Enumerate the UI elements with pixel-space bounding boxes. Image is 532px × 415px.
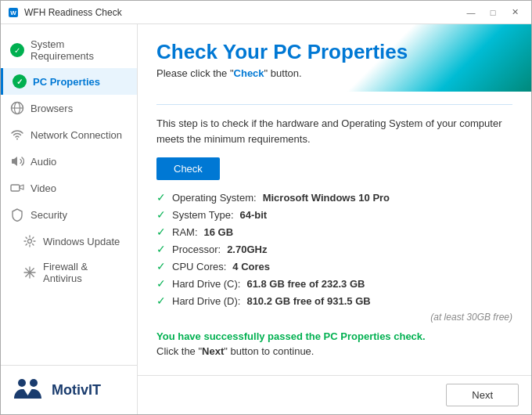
- sidebar-item-security[interactable]: Security: [1, 201, 137, 228]
- sidebar-nav: ✓ System Requirements ✓ PC Properties: [1, 24, 137, 365]
- check-icon-hdd-c: ✓: [156, 277, 166, 290]
- shield-icon: [10, 208, 24, 222]
- page-title: Check Your PC Properties: [156, 40, 512, 64]
- continue-message: Click the "Next" button to continue.: [156, 345, 512, 357]
- result-ram: ✓ RAM: 16 GB: [156, 226, 512, 238]
- continue-before: Click the ": [156, 345, 202, 357]
- sidebar-item-label: Audio: [31, 156, 56, 168]
- app-icon: W: [7, 6, 20, 19]
- sidebar-item-pc-properties[interactable]: ✓ PC Properties: [1, 68, 137, 95]
- result-os: ✓ Operating System: Microsoft Windows 10…: [156, 191, 512, 204]
- page-subtitle: Please click the "Check" button.: [156, 67, 512, 79]
- title-bar: W WFH Readiness Check — □ ✕: [1, 1, 531, 24]
- sidebar-item-network-connection[interactable]: Network Connection: [1, 121, 137, 148]
- subtitle-after: " button.: [264, 67, 302, 79]
- window-body: ✓ System Requirements ✓ PC Properties: [1, 24, 531, 414]
- result-hdd-c: ✓ Hard Drive (C): 61.8 GB free of 232.3 …: [156, 277, 512, 290]
- system-requirements-icon: ✓: [10, 43, 24, 57]
- success-message: You have successfully passed the PC Prop…: [156, 330, 512, 342]
- svg-text:W: W: [10, 9, 16, 16]
- audio-icon: [10, 154, 24, 168]
- description-text: This step is to check if the hardware an…: [156, 116, 512, 146]
- logo-icon: [10, 375, 45, 405]
- sidebar-item-windows-update[interactable]: Windows Update: [1, 228, 137, 254]
- result-system-type: ✓ System Type: 64-bit: [156, 208, 512, 221]
- sidebar-item-label: PC Properties: [33, 76, 100, 88]
- logo-text: MotivIT: [52, 382, 101, 399]
- result-note: (at least 30GB free): [156, 312, 512, 323]
- sidebar-item-system-requirements[interactable]: ✓ System Requirements: [1, 32, 137, 68]
- check-icon-os: ✓: [156, 191, 166, 204]
- svg-point-7: [28, 240, 32, 244]
- sidebar: ✓ System Requirements ✓ PC Properties: [1, 24, 138, 414]
- sidebar-item-label: Video: [31, 182, 56, 194]
- footer: Next: [138, 375, 531, 414]
- divider: [156, 104, 512, 105]
- window-controls: — □ ✕: [461, 5, 525, 20]
- subtitle-before: Please click the ": [156, 67, 234, 79]
- check-icon-hdd-d: ✓: [156, 294, 166, 307]
- video-icon: [10, 181, 24, 195]
- svg-point-14: [30, 379, 38, 387]
- svg-point-5: [16, 139, 18, 140]
- maximize-button[interactable]: □: [483, 5, 503, 20]
- pc-properties-icon: ✓: [13, 74, 27, 88]
- sidebar-item-label: Security: [31, 209, 67, 221]
- content-body: This step is to check if the hardware an…: [138, 92, 531, 375]
- sidebar-item-label: Firewall & Antivirus: [43, 261, 128, 284]
- content-header: Check Your PC Properties Please click th…: [138, 24, 531, 92]
- svg-point-13: [18, 379, 26, 387]
- sidebar-item-firewall-antivirus[interactable]: Firewall & Antivirus: [1, 254, 137, 290]
- sidebar-item-label: Browsers: [31, 103, 73, 114]
- app-window: W WFH Readiness Check — □ ✕ ✓ System Req…: [0, 0, 532, 415]
- wifi-icon: [10, 128, 24, 142]
- subtitle-keyword: Check: [234, 67, 264, 79]
- sidebar-item-label: Network Connection: [31, 129, 122, 141]
- next-button[interactable]: Next: [446, 384, 519, 406]
- result-cpu-cores: ✓ CPU Cores: 4 Cores: [156, 260, 512, 272]
- snowflake-icon: [23, 265, 37, 280]
- sidebar-item-video[interactable]: Video: [1, 175, 137, 201]
- continue-after: " button to continue.: [224, 345, 314, 357]
- sidebar-item-label: Windows Update: [43, 236, 120, 247]
- result-processor: ✓ Processor: 2.70GHz: [156, 243, 512, 255]
- check-icon-system-type: ✓: [156, 208, 166, 221]
- window-title: WFH Readiness Check: [24, 7, 461, 18]
- result-hdd-d: ✓ Hard Drive (D): 810.2 GB free of 931.5…: [156, 294, 512, 307]
- sidebar-item-label: System Requirements: [31, 38, 128, 62]
- check-icon-ram: ✓: [156, 226, 166, 238]
- main-content: Check Your PC Properties Please click th…: [138, 24, 531, 414]
- minimize-button[interactable]: —: [461, 5, 481, 20]
- svg-point-12: [29, 272, 31, 274]
- sidebar-item-browsers[interactable]: Browsers: [1, 95, 137, 121]
- svg-rect-6: [11, 185, 20, 191]
- check-button[interactable]: Check: [156, 157, 220, 180]
- continue-keyword: Next: [202, 345, 224, 357]
- logo-area: MotivIT: [1, 365, 137, 414]
- check-icon-processor: ✓: [156, 243, 166, 255]
- check-icon-cpu: ✓: [156, 260, 166, 272]
- globe-icon: [10, 101, 24, 115]
- sidebar-item-audio[interactable]: Audio: [1, 148, 137, 175]
- close-button[interactable]: ✕: [505, 5, 525, 20]
- settings-icon: [23, 234, 37, 248]
